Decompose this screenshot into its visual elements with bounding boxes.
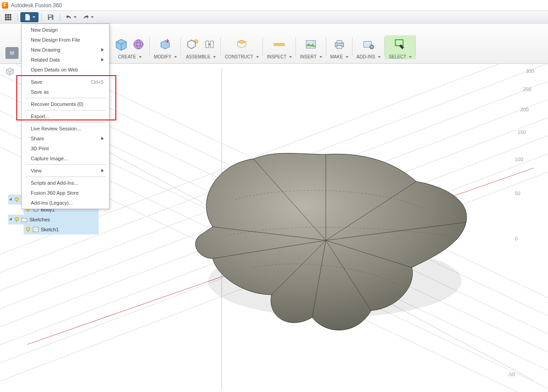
- menu-item[interactable]: New Design From File: [22, 35, 109, 45]
- menu-item[interactable]: Share: [22, 134, 109, 143]
- app-title: Autodesk Fusion 360: [11, 2, 62, 9]
- folder-icon: [21, 217, 28, 222]
- file-menu-button[interactable]: [20, 12, 38, 22]
- document-tab[interactable]: M: [5, 47, 19, 59]
- press-pull-icon: [158, 37, 172, 52]
- svg-rect-3: [5, 16, 7, 18]
- menu-item-label: Add-Ins (Legacy)...: [31, 200, 73, 206]
- menu-item-label: Share: [31, 136, 44, 141]
- addins-icon: [361, 37, 376, 52]
- document-tab-label: M: [10, 50, 14, 56]
- plane-icon: [234, 37, 249, 52]
- svg-rect-6: [5, 19, 7, 20]
- ribbon-label: INSPECT: [267, 54, 286, 59]
- chevron-down-icon: [74, 16, 76, 18]
- data-panel-button[interactable]: [2, 12, 14, 22]
- menu-item-label: 3D Print: [31, 146, 49, 151]
- svg-point-45: [15, 197, 19, 201]
- menu-item[interactable]: Capture Image...: [22, 153, 109, 163]
- chevron-down-icon: [319, 56, 322, 58]
- ruler-tick-label: 0: [515, 236, 518, 241]
- ribbon-label: ADD-INS: [357, 54, 375, 59]
- menu-item[interactable]: Fusion 360 App Store: [22, 188, 109, 198]
- ribbon-label: CREATE: [118, 54, 136, 59]
- tree-node-sketches[interactable]: Sketches: [8, 215, 99, 225]
- svg-rect-19: [337, 41, 342, 43]
- menu-item[interactable]: SaveCtrl+S: [22, 77, 109, 87]
- expand-icon[interactable]: [9, 197, 13, 201]
- ribbon-group-addins[interactable]: ADD-INS: [353, 35, 385, 59]
- menu-item-label: Save as: [31, 89, 49, 95]
- menu-separator: [25, 122, 105, 123]
- svg-rect-5: [10, 16, 11, 18]
- ribbon-group-modify[interactable]: MODIFY: [150, 35, 181, 59]
- menu-item[interactable]: Open Details on Web: [22, 65, 109, 75]
- menu-item[interactable]: 3D Print: [22, 143, 109, 153]
- menu-item-label: Recover Documents (0): [31, 101, 83, 107]
- menu-item-label: Capture Image...: [31, 156, 68, 161]
- menu-item[interactable]: Recover Documents (0): [22, 99, 109, 109]
- menu-item-label: View: [31, 168, 42, 173]
- redo-button[interactable]: [80, 12, 95, 22]
- joint-icon: [202, 37, 217, 52]
- menu-item[interactable]: Export...: [22, 111, 109, 121]
- svg-rect-7: [7, 19, 9, 20]
- ribbon-group-select[interactable]: SELECT: [385, 35, 416, 59]
- menu-item-label: New Drawing: [31, 47, 60, 53]
- svg-rect-52: [28, 231, 29, 232]
- chevron-down-icon: [289, 56, 292, 58]
- svg-rect-48: [28, 211, 29, 212]
- svg-rect-8: [10, 19, 11, 20]
- ribbon-group-create[interactable]: CREATE: [110, 35, 150, 59]
- menu-item-label: Export...: [31, 114, 49, 119]
- ruler-tick-label: 200: [520, 107, 529, 112]
- save-icon: [47, 14, 54, 21]
- ribbon-group-inspect[interactable]: INSPECT: [263, 35, 296, 59]
- ribbon-group-insert[interactable]: INSERT: [296, 35, 326, 59]
- menu-item[interactable]: View: [22, 166, 109, 176]
- svg-rect-0: [5, 14, 7, 16]
- titlebar: F Autodesk Fusion 360: [0, 0, 548, 11]
- ribbon-group-make[interactable]: MAKE: [326, 35, 353, 59]
- chevron-right-icon: [101, 169, 104, 172]
- menu-item-label: Live Review Session...: [31, 126, 81, 131]
- menu-item[interactable]: Save as: [22, 87, 109, 97]
- chevron-down-icon: [174, 56, 177, 58]
- visibility-icon[interactable]: [25, 227, 31, 232]
- quick-access-toolbar: [0, 11, 548, 24]
- menu-separator: [25, 76, 105, 76]
- svg-rect-20: [337, 46, 342, 49]
- separator: [60, 13, 60, 21]
- menu-item[interactable]: Scripts and Add-Ins...: [22, 178, 109, 188]
- ribbon-group-assemble[interactable]: ASSEMBLE: [181, 35, 221, 59]
- sphere-icon: [131, 37, 146, 52]
- ribbon-group-construct[interactable]: CONSTRUCT: [221, 35, 263, 59]
- expand-icon[interactable]: [9, 217, 13, 221]
- menu-item[interactable]: Related Data: [22, 55, 109, 65]
- svg-rect-46: [16, 201, 17, 202]
- ribbon-label: SELECT: [389, 54, 406, 59]
- menu-item-label: New Design: [31, 27, 57, 33]
- save-button[interactable]: [44, 12, 57, 22]
- svg-rect-9: [49, 15, 52, 17]
- undo-button[interactable]: [63, 12, 78, 22]
- tree-node-sketch1[interactable]: Sketch1: [24, 225, 99, 234]
- menu-item[interactable]: New Design: [22, 25, 109, 35]
- cube-icon: [5, 66, 15, 77]
- visibility-icon[interactable]: [14, 197, 19, 202]
- view-cube[interactable]: [5, 66, 15, 77]
- print-icon: [332, 37, 347, 52]
- menu-item[interactable]: Live Review Session...: [22, 124, 109, 134]
- svg-rect-2: [10, 14, 11, 16]
- undo-icon: [65, 14, 72, 21]
- box-icon: [114, 37, 129, 52]
- menu-item[interactable]: Add-Ins (Legacy)...: [22, 198, 109, 208]
- ruler-tick-label: 100: [515, 157, 523, 162]
- menu-item-label: Related Data: [31, 57, 60, 62]
- chevron-right-icon: [101, 58, 104, 62]
- menu-item[interactable]: New Drawing: [22, 45, 109, 55]
- ruler-tick-label: -50: [508, 372, 515, 377]
- svg-point-14: [209, 43, 210, 45]
- visibility-icon[interactable]: [14, 217, 19, 222]
- ribbon-label: MODIFY: [154, 54, 172, 59]
